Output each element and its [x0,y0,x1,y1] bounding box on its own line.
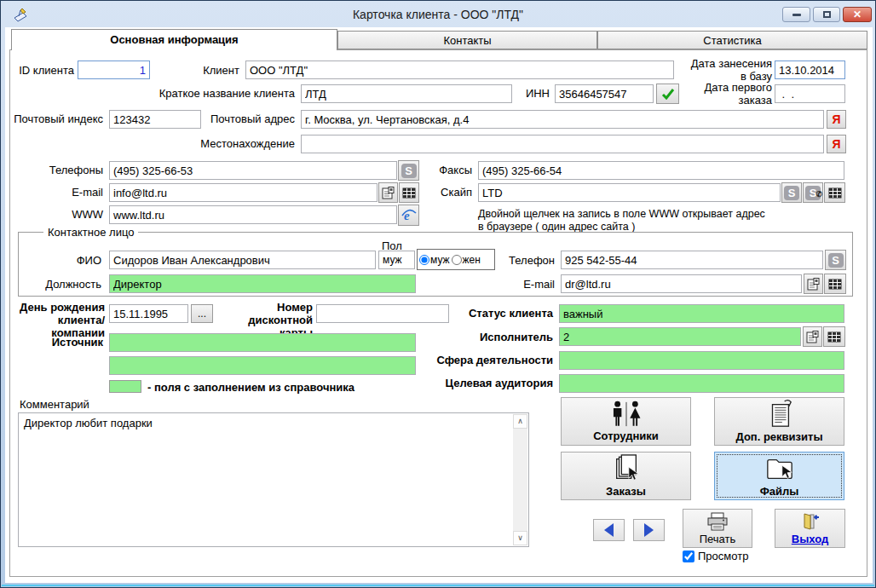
window-title: Карточка клиента - ООО "ЛТД" [1,8,875,21]
email-list-button[interactable] [399,182,419,203]
orders-button[interactable]: Заказы [561,452,691,500]
contact-email-field[interactable] [561,274,802,293]
people-icon [608,401,644,428]
mail-icon [806,331,819,343]
faxes-label: Факсы [423,164,472,176]
table-icon [828,279,842,290]
discount-card-field[interactable] [316,304,449,323]
send-mail-contact-button[interactable] [804,274,823,294]
fio-field[interactable] [109,251,376,269]
skype-chat-button[interactable]: S [781,182,802,203]
email-label: E-mail [52,186,103,199]
source-field-2[interactable] [109,356,416,375]
skype-field[interactable] [478,183,781,202]
print-preview-checkbox-input[interactable] [683,551,694,562]
location-field[interactable] [301,135,824,153]
gender-female-radio[interactable] [452,255,462,265]
skype-call-button[interactable]: S✆ [803,182,823,203]
first-order-field[interactable] [775,84,845,103]
yandex-map-location-button[interactable]: Я [827,135,846,153]
short-name-field[interactable] [301,84,512,103]
inn-field[interactable] [555,84,654,103]
extra-details-button[interactable]: Доп. реквизиты [714,397,844,446]
phones-field[interactable] [109,161,397,180]
faxes-field[interactable] [478,161,844,180]
client-label: Клиент [163,64,239,77]
send-mail-button[interactable] [378,182,398,203]
skype-call-phones-button[interactable]: S [398,160,419,181]
manager-list-button[interactable] [823,326,845,347]
open-browser-button[interactable]: e [398,205,419,226]
reference-legend-text: - поля с заполнением из справочника [147,381,354,394]
fio-label: ФИО [61,254,101,267]
gender-value-field[interactable] [378,251,415,269]
gender-male-radio[interactable] [419,255,429,265]
inn-check-button[interactable] [656,84,679,104]
comment-textarea[interactable]: Директор любит подарки ∧ ∨ [18,412,529,547]
arrow-right-icon [644,523,654,537]
minimize-button[interactable] [782,7,810,22]
gender-male-option[interactable]: муж [419,254,450,266]
gender-female-option[interactable]: жен [452,254,481,266]
manager-field[interactable] [559,327,801,346]
next-record-button[interactable] [633,519,665,541]
print-button[interactable]: Печать [683,509,752,548]
source-label: Источник [35,336,103,349]
yandex-icon: Я [832,112,840,126]
checkmark-icon [661,88,675,100]
skype-list-button[interactable] [824,182,845,203]
source-field-1[interactable] [109,333,416,352]
comment-label: Комментарий [20,398,89,411]
skype-label: Скайп [423,186,472,199]
mail-icon [807,278,820,291]
skype-call-contact-button[interactable]: S [825,250,846,270]
status-field[interactable] [559,304,844,323]
www-hint-text: Двойной щелчек на запись в поле WWW откр… [478,208,765,233]
scroll-up-icon[interactable]: ∧ [513,414,527,429]
industry-field[interactable] [559,351,844,370]
www-field[interactable] [109,205,397,224]
contact-person-group-title: Контактное лицо [43,226,138,239]
position-label: Должность [35,278,101,291]
table-icon [827,331,841,343]
postal-index-field[interactable] [109,110,201,129]
inn-label: ИНН [512,87,550,100]
printer-icon [706,512,729,531]
print-preview-checkbox[interactable]: Просмотр [683,550,748,562]
audience-field[interactable] [559,374,844,393]
contact-phone-field[interactable] [561,251,823,269]
client-field[interactable] [245,61,674,79]
send-mail-manager-button[interactable] [803,326,822,347]
industry-label: Сфера деятельности [427,354,553,366]
document-hand-icon [765,400,794,429]
email-field[interactable] [109,183,377,202]
postal-address-field[interactable] [301,110,824,129]
date-added-field[interactable] [775,61,845,79]
contact-email-list-button[interactable] [824,274,846,294]
comment-scrollbar[interactable]: ∧ ∨ [513,414,527,545]
id-client-field[interactable] [78,61,150,79]
birthday-field[interactable] [109,304,188,323]
table-icon [402,187,416,199]
birthday-browse-button[interactable]: ... [191,304,213,323]
employees-button[interactable]: Сотрудники [561,397,691,446]
status-label: Статус клиента [461,307,553,320]
close-icon: ✕ [853,9,862,20]
tab-main-info[interactable]: Основная информация [11,29,337,50]
prev-record-button[interactable] [593,519,625,541]
yandex-map-address-button[interactable]: Я [827,110,846,129]
location-label: Местонахождение [171,137,295,150]
skype-icon: S [828,253,844,268]
arrow-left-icon [604,523,614,537]
files-button[interactable]: Файлы [714,452,844,500]
scroll-down-icon[interactable]: ∨ [513,531,527,545]
exit-door-icon [801,512,820,531]
exit-button[interactable]: Выход [775,509,845,548]
tab-statistics[interactable]: Статистика [597,31,867,49]
short-name-label: Краткое название клиента [124,87,295,100]
gender-radio-group: муж жен [417,249,495,270]
tab-contacts[interactable]: Контакты [337,31,597,49]
maximize-button[interactable] [813,7,840,22]
position-field[interactable] [109,274,416,293]
close-button[interactable]: ✕ [843,7,872,22]
